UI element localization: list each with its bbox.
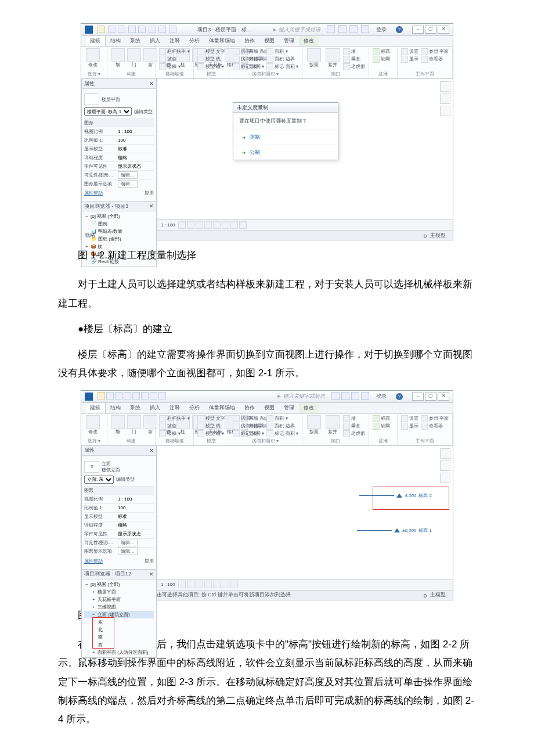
maximize-button[interactable]: ▢ <box>425 393 436 401</box>
level-button[interactable]: 标高 <box>373 415 394 422</box>
tab-mass[interactable]: 体量和场地 <box>204 36 240 46</box>
window-button[interactable]: 窗 <box>143 415 157 434</box>
area-tag-button[interactable]: 标记 面积 ▾ <box>266 63 298 70</box>
qat[interactable] <box>98 26 178 34</box>
model-group-button[interactable]: 模型 组 ▾ <box>197 63 225 70</box>
help-icon[interactable]: ? <box>396 393 403 400</box>
open-vert-button[interactable]: 垂直 <box>343 56 365 63</box>
open-face-button[interactable]: 按面 <box>306 48 322 67</box>
dialog-title: 未定义度量制 <box>233 103 338 113</box>
qat[interactable] <box>98 392 167 401</box>
viewer-button[interactable]: 查看器 <box>421 56 449 63</box>
scale-display[interactable]: 1 : 100 <box>161 222 175 228</box>
door-button[interactable]: 门 <box>127 48 141 67</box>
tab-insert[interactable]: 插入 <box>145 36 165 46</box>
railing-button[interactable]: 栏杆扶手 ▾ <box>159 48 189 55</box>
level-marker-1[interactable]: ±0.000标高 1 <box>357 527 432 534</box>
close-icon[interactable]: ✕ <box>149 448 154 453</box>
wheel-icon[interactable] <box>440 106 450 116</box>
drawing-canvas[interactable]: 4.000标高 2 ±0.000标高 1 1 : 100 <box>157 446 453 590</box>
tab-view[interactable]: 视图 <box>259 36 279 46</box>
wp-set-button[interactable]: 设置 <box>401 48 418 55</box>
browser-tree[interactable]: −[0] 视图 (全部) +楼层平面 +天花板平面 +三维视图 −立面 (建筑立… <box>82 579 156 657</box>
area-bound-button[interactable]: 面积 边界 <box>266 56 298 63</box>
window-button[interactable]: 窗 <box>143 48 157 67</box>
close-button[interactable]: ✕ <box>438 26 449 34</box>
tab-collab[interactable]: 协作 <box>240 36 259 46</box>
close-icon[interactable]: ✕ <box>149 81 154 87</box>
tab-modify[interactable]: 修改 <box>299 36 319 46</box>
room-tag-button[interactable]: 标记 房间 ▾ <box>233 63 264 70</box>
window-buttons[interactable]: – ▢ ✕ <box>412 26 449 34</box>
type-preview <box>84 93 99 105</box>
ribbon-tabs[interactable]: 建筑 结构 系统 插入 注释 分析 体量和场地 协作 视图 管理 修改 <box>81 403 453 414</box>
ramp-button[interactable]: 坡道 <box>159 56 189 63</box>
open-shaft-button[interactable]: 竖井 <box>324 48 341 67</box>
infocenter[interactable] <box>325 25 369 34</box>
doc-title: 项目3 - 楼层平面：标… <box>182 26 268 34</box>
modify-button[interactable]: 修改 <box>85 415 101 434</box>
option-imperial[interactable]: ➔英制 <box>233 129 338 145</box>
edit-type-button[interactable]: 编辑类型 <box>116 476 135 483</box>
search-hint[interactable]: ► 键入关键字或短语 <box>272 26 320 34</box>
infocenter[interactable] <box>330 392 369 401</box>
apply-button[interactable]: 应用 <box>145 190 154 196</box>
view-control-bar[interactable]: 1 : 100 <box>157 579 453 590</box>
close-button[interactable]: ✕ <box>438 393 449 401</box>
tab-annotate[interactable]: 注释 <box>165 36 185 46</box>
wall-button[interactable]: 墙 <box>111 48 125 67</box>
browser-title: 项目浏览器 - 项目3 <box>84 203 128 210</box>
title-bar: 项目3 - 楼层平面：标… ► 键入关键字或短语 登录 ? – ▢ ✕ <box>81 24 453 36</box>
tab-analyze[interactable]: 分析 <box>185 36 204 46</box>
group-workplane: 设置 显示 参照 平面 查看器 工作平面 <box>398 47 453 78</box>
drawing-canvas[interactable]: 未定义度量制 要在项目中使用哪种度量制？ ➔英制 ➔公制 1 : 100 <box>157 79 453 230</box>
close-icon[interactable]: ✕ <box>149 203 154 209</box>
grid-button[interactable]: 轴网 <box>373 56 394 63</box>
option-metric[interactable]: ➔公制 <box>233 145 338 160</box>
app-logo <box>85 393 93 401</box>
home-icon[interactable] <box>440 81 450 92</box>
model-line-button[interactable]: 模型 线 <box>197 56 225 63</box>
help-icon[interactable]: ? <box>396 26 403 33</box>
close-icon[interactable]: ✕ <box>149 571 154 577</box>
tab-arch[interactable]: 建筑 <box>85 35 106 46</box>
modify-button[interactable]: 修改 <box>85 48 101 67</box>
minimize-button[interactable]: – <box>412 26 424 34</box>
room-sep-button[interactable]: 房间 分隔 <box>233 56 264 63</box>
tab-sys[interactable]: 系统 <box>125 36 145 46</box>
model-selector[interactable]: 主模型 <box>430 232 446 239</box>
maximize-button[interactable]: ▢ <box>425 26 436 34</box>
group-opening: 按面 竖井 墙 垂直 老虎窗 洞口 <box>302 47 369 78</box>
login-link[interactable]: 登录 <box>376 26 387 34</box>
type-selector[interactable]: 楼层平面: 标高 1 <box>84 107 132 116</box>
level-marker-2[interactable]: 4.000标高 2 <box>359 492 432 499</box>
room-button[interactable]: 房间 <box>233 48 264 55</box>
paragraph: 楼层〔标高〕的建立需要将操作界面切换到立面视图上进行操作，对于切换到哪个立面视图… <box>58 345 476 383</box>
filter-controls[interactable]: 0 <box>416 232 427 239</box>
door-button[interactable]: 门 <box>127 415 141 434</box>
view-controls[interactable] <box>440 448 450 483</box>
refplane-button[interactable]: 参照 平面 <box>421 48 449 55</box>
window-buttons[interactable]: –▢✕ <box>412 393 449 401</box>
level-button[interactable]: 标高 <box>373 48 394 55</box>
prop-help-link[interactable]: 属性帮助 <box>84 190 103 196</box>
view-control-bar[interactable]: 1 : 100 <box>157 219 453 230</box>
edit-type-button[interactable]: 编辑类型 <box>134 109 153 115</box>
open-wall-button[interactable]: 墙 <box>343 48 365 55</box>
tab-manage[interactable]: 管理 <box>279 36 299 46</box>
wall-button[interactable]: 墙 <box>111 415 125 434</box>
login-link[interactable]: 登录 <box>376 393 387 400</box>
area-button[interactable]: 面积 ▾ <box>266 48 298 55</box>
minimize-button[interactable]: – <box>412 393 424 401</box>
tab-struct[interactable]: 结构 <box>106 36 125 46</box>
stair-button[interactable]: 楼梯 ▾ <box>159 63 189 70</box>
model-text-button[interactable]: 模型 文字 <box>197 48 225 55</box>
wp-show-button[interactable]: 显示 <box>401 56 418 63</box>
ribbon-tabs[interactable]: 建筑 结构 系统 插入 注释 分析 体量和场地 协作 视图 管理 修改 <box>81 36 453 47</box>
type-selector[interactable]: 立面: 东 <box>84 476 114 484</box>
view-controls[interactable] <box>440 81 450 116</box>
orbit-icon[interactable] <box>440 93 450 104</box>
search-hint[interactable]: ► 键入关键字或短语 <box>277 393 325 400</box>
tab-arch[interactable]: 建筑 <box>85 402 106 413</box>
open-dormer-button[interactable]: 老虎窗 <box>343 63 365 70</box>
